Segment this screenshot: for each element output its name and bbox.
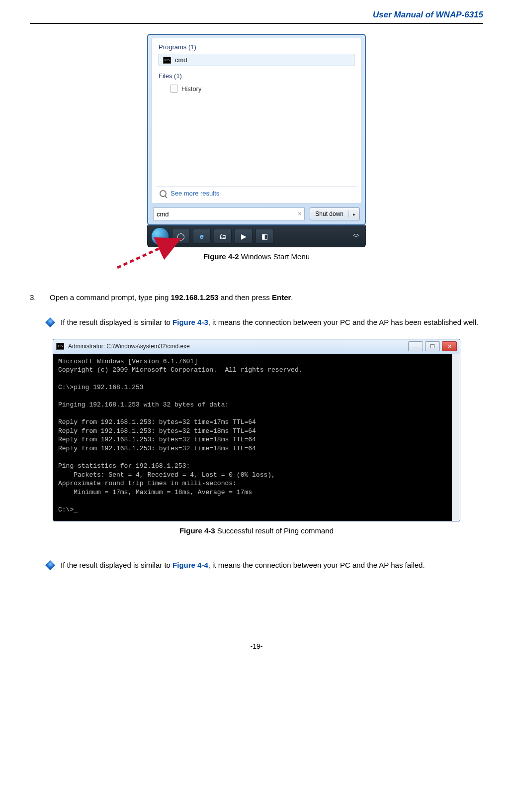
page-header: User Manual of WNAP-6315 — [30, 10, 483, 24]
bullet1-b: , it means the connection between your P… — [208, 318, 478, 326]
taskbar-media-icon[interactable]: ▶ — [235, 229, 253, 244]
taskbar-explorer-icon[interactable]: 🗂 — [214, 229, 232, 244]
cmd-titlebar: C:\ Administrator: C:\Windows\system32\c… — [53, 339, 460, 354]
step3-text-b: and then press — [218, 293, 272, 302]
bullet1-a: If the result displayed is similar to — [61, 318, 172, 326]
step3-ip: 192.168.1.253 — [171, 293, 218, 302]
cmd-title-text: Administrator: C:\Windows\system32\cmd.e… — [68, 343, 190, 350]
figure-4-4-ref-inline: Figure 4-4 — [172, 561, 208, 569]
step-number: 3. — [30, 291, 41, 305]
wifi-tray-icon[interactable]: ⌔ — [350, 231, 362, 242]
step-3: 3. Open a command prompt, type ping 192.… — [30, 291, 483, 305]
figure-4-2-wrap: Programs (1) C:\ cmd Files (1) History S… — [30, 34, 483, 261]
minimize-button[interactable]: — — [408, 341, 423, 351]
file-item-history[interactable]: History — [159, 83, 354, 95]
start-search-input[interactable]: cmd × — [153, 207, 305, 220]
taskbar-ie-icon[interactable]: e — [193, 229, 211, 244]
scrollbar[interactable] — [452, 354, 460, 521]
bullet-diamond-icon — [45, 317, 55, 327]
clear-search-icon[interactable]: × — [298, 210, 301, 217]
figure-4-3-text: Successful result of Ping command — [215, 526, 334, 535]
bullet2-b: , it means the connection between your P… — [208, 561, 425, 569]
figure-4-2-text: Windows Start Menu — [239, 252, 310, 261]
cmd-console-output: Microsoft Windows [Version 6.1.7601] Cop… — [53, 354, 452, 521]
taskbar-chrome-icon[interactable]: ◯ — [172, 229, 190, 244]
programs-header: Programs (1) — [156, 41, 357, 53]
file-item-label: History — [181, 85, 201, 93]
bullet-success: If the result displayed is similar to Fi… — [47, 315, 483, 330]
close-button[interactable]: ✕ — [442, 341, 457, 351]
figure-4-3-ref-inline: Figure 4-3 — [172, 318, 208, 326]
search-icon — [160, 190, 167, 197]
step3-enter: Enter — [272, 293, 291, 302]
taskbar-app-icon[interactable]: ◧ — [256, 229, 273, 244]
figure-4-2-ref: Figure 4-2 — [203, 252, 239, 261]
cmd-window: C:\ Administrator: C:\Windows\system32\c… — [53, 339, 460, 522]
taskbar: ◯ e 🗂 ▶ ◧ ⌔ — [147, 225, 366, 247]
maximize-button[interactable]: ☐ — [425, 341, 440, 351]
see-more-results[interactable]: See more results — [156, 186, 357, 200]
step3-text-c: . — [291, 293, 293, 302]
page-number: -19- — [30, 642, 483, 650]
shutdown-arrow-icon[interactable]: ▸ — [349, 211, 359, 217]
figure-4-3-ref: Figure 4-3 — [179, 526, 215, 535]
shutdown-label: Shut down — [310, 210, 349, 217]
bullet-failed: If the result displayed is similar to Fi… — [47, 558, 483, 573]
search-value: cmd — [157, 210, 169, 218]
files-header: Files (1) — [156, 70, 357, 82]
cmd-icon: C:\ — [163, 57, 171, 64]
see-more-label: See more results — [171, 190, 219, 197]
program-item-label: cmd — [175, 56, 187, 64]
bullet2-a: If the result displayed is similar to — [61, 561, 172, 569]
document-icon — [171, 85, 177, 93]
start-orb-icon[interactable] — [151, 227, 169, 245]
cmd-titlebar-icon: C:\ — [56, 343, 64, 350]
program-item-cmd[interactable]: C:\ cmd — [159, 54, 354, 66]
step3-text-a: Open a command prompt, type ping — [50, 293, 171, 302]
figure-4-3-caption: Figure 4-3 Successful result of Ping com… — [30, 526, 483, 535]
figure-4-2-caption: Figure 4-2 Windows Start Menu — [30, 252, 483, 261]
shutdown-button[interactable]: Shut down ▸ — [310, 207, 360, 220]
start-menu-panel: Programs (1) C:\ cmd Files (1) History S… — [147, 34, 366, 225]
bullet-diamond-icon — [45, 560, 55, 570]
